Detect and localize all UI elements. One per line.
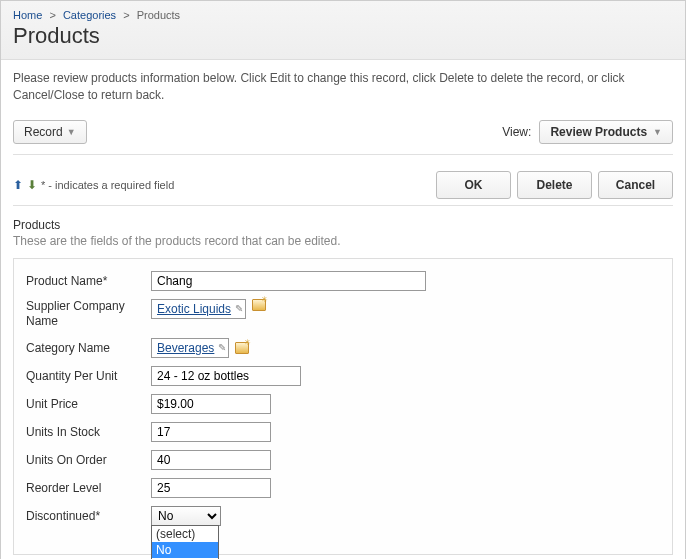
unit-price-input[interactable] [151,394,271,414]
qty-per-unit-label: Quantity Per Unit [26,369,151,383]
pencil-icon[interactable]: ✎ [218,342,226,353]
product-name-label: Product Name* [26,274,151,288]
arrow-up-icon[interactable]: ⬆ [13,178,23,192]
discontinued-select[interactable]: No [151,506,221,526]
breadcrumb-categories[interactable]: Categories [63,9,116,21]
cancel-button[interactable]: Cancel [598,171,673,199]
ok-button[interactable]: OK [436,171,511,199]
units-in-stock-input[interactable] [151,422,271,442]
discontinued-option-placeholder[interactable]: (select) [152,526,218,542]
new-record-icon[interactable] [252,299,266,311]
page-title: Products [13,23,673,49]
breadcrumb-home[interactable]: Home [13,9,42,21]
units-on-order-label: Units On Order [26,453,151,467]
supplier-link[interactable]: Exotic Liquids [157,302,231,316]
breadcrumb: Home > Categories > Products [13,9,673,21]
pencil-icon[interactable]: ✎ [235,303,243,314]
arrow-down-icon[interactable]: ⬇ [27,178,37,192]
supplier-label: Supplier Company Name [26,299,151,330]
category-label: Category Name [26,341,151,355]
reorder-level-input[interactable] [151,478,271,498]
breadcrumb-current: Products [137,9,180,21]
discontinued-option-no[interactable]: No [152,542,218,558]
supplier-lookup[interactable]: Exotic Liquids ✎ [151,299,246,319]
caret-down-icon: ▼ [67,127,76,137]
units-on-order-input[interactable] [151,450,271,470]
required-indicator-text: * - indicates a required field [41,179,174,191]
unit-price-label: Unit Price [26,397,151,411]
qty-per-unit-input[interactable] [151,366,301,386]
new-record-icon[interactable] [235,342,249,354]
caret-down-icon: ▼ [653,127,662,137]
product-name-input[interactable] [151,271,426,291]
discontinued-label: Discontinued* [26,509,151,523]
units-in-stock-label: Units In Stock [26,425,151,439]
reorder-level-label: Reorder Level [26,481,151,495]
form-panel: Product Name* Supplier Company Name Exot… [13,258,673,555]
category-link[interactable]: Beverages [157,341,214,355]
delete-button[interactable]: Delete [517,171,592,199]
discontinued-dropdown: (select) No Yes [151,525,219,559]
record-button[interactable]: Record▼ [13,120,87,144]
view-selector-button[interactable]: Review Products▼ [539,120,673,144]
section-title: Products [13,218,673,232]
section-description: These are the fields of the products rec… [13,234,673,248]
view-label: View: [502,125,531,139]
category-lookup[interactable]: Beverages ✎ [151,338,229,358]
page-description: Please review products information below… [13,70,673,104]
